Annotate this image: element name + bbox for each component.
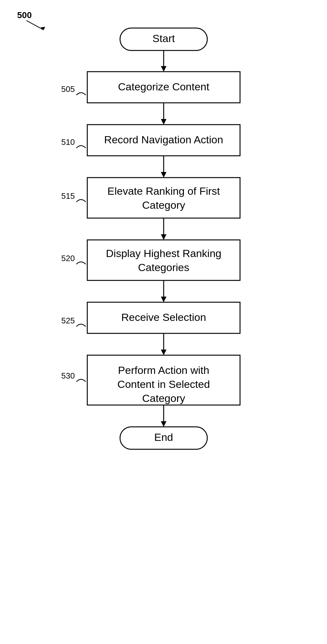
step-530-text-line1: Perform Action with xyxy=(118,364,209,376)
step-505-text: Categorize Content xyxy=(118,81,209,93)
step-520-text-line1: Display Highest Ranking xyxy=(106,247,221,259)
step-520-label: 520 xyxy=(61,254,75,263)
svg-rect-14 xyxy=(87,240,240,280)
step-525-label: 525 xyxy=(61,316,75,325)
start-label: Start xyxy=(152,32,175,44)
step-515-label: 515 xyxy=(61,191,75,201)
svg-marker-4 xyxy=(161,66,166,72)
figure-label-area: 500 xyxy=(17,9,55,31)
svg-marker-22 xyxy=(161,421,166,427)
step-515-text-line2: Category xyxy=(142,199,185,211)
step-530-text-line2: Content in Selected xyxy=(117,378,210,390)
step-525-text: Receive Selection xyxy=(121,311,206,323)
end-label: End xyxy=(154,431,173,443)
flowchart-diagram: 500 Start 505 Categorize Content 510 Rec… xyxy=(0,0,327,644)
flowchart-svg: Start 505 Categorize Content 510 Record … xyxy=(58,25,270,617)
figure-number: 500 xyxy=(17,10,32,20)
svg-marker-16 xyxy=(161,297,166,302)
step-510-text: Record Navigation Action xyxy=(104,134,223,145)
svg-marker-13 xyxy=(161,234,166,240)
step-530-label: 530 xyxy=(61,371,75,380)
svg-marker-19 xyxy=(161,350,166,355)
svg-marker-10 xyxy=(161,172,166,178)
step-515-text-line1: Elevate Ranking of First xyxy=(107,185,220,197)
step-510-label: 510 xyxy=(61,137,75,147)
svg-marker-7 xyxy=(161,119,166,125)
svg-line-0 xyxy=(26,21,44,30)
step-505-label: 505 xyxy=(61,84,75,94)
svg-rect-11 xyxy=(87,178,240,218)
step-530-text-line3: Category xyxy=(142,392,185,404)
step-520-text-line2: Categories xyxy=(138,261,189,273)
